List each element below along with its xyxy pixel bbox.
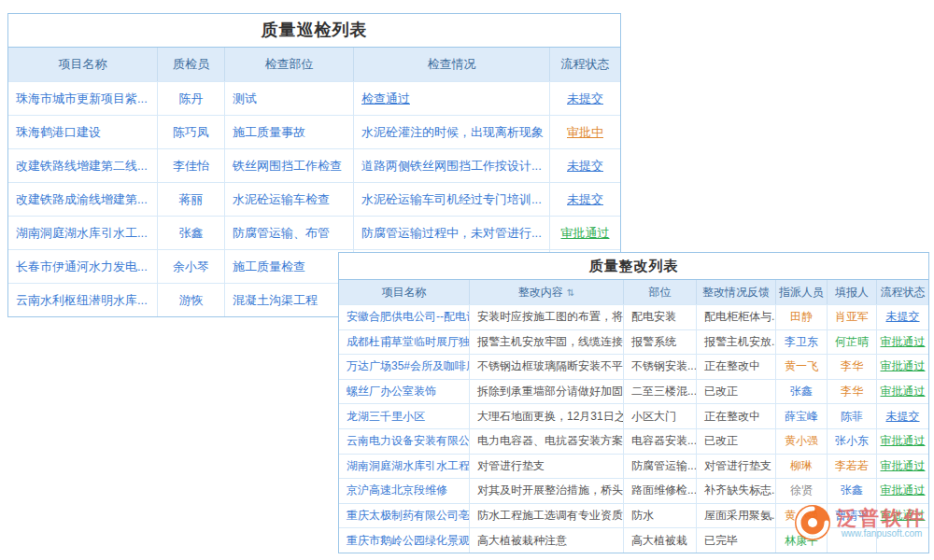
inspector-cell: 余小琴 [158,250,225,283]
assignee-cell: 黄小强 [776,429,828,454]
header-inspect-part: 检查部位 [225,48,354,81]
flow-status-badge[interactable]: 未提交 [877,305,928,329]
header-rectify-content: 整改内容 ⇅ [470,280,624,304]
part-cell: 报警系统 [624,330,697,355]
rectify-content-cell: 高大植被栽种注意 [470,528,624,553]
part-cell: 二至三楼混... [624,380,697,404]
flow-status-badge[interactable]: 审批中 [550,116,620,148]
inspector-cell: 陈丹 [158,82,225,115]
header-flow-status: 流程状态 [550,48,620,81]
assignee-cell: 黄一飞 [776,355,828,379]
feedback-cell: 对管进行垫支 [697,455,776,479]
header-inspect-situation: 检查情况 [354,48,550,81]
reporter-cell: 肖亚军 [828,305,877,329]
rectify-content-cell: 对管进行垫支 [470,455,624,479]
inspection-table-row[interactable]: 湖南洞庭湖水库引水工... 张鑫 防腐管运输、布管 防腐管运输过程中，未对管进行… [8,216,620,249]
flow-status-badge[interactable]: 审批通过 [877,380,928,404]
project-name-cell[interactable]: 安徽合肥供电公司--配电设备... [339,305,470,329]
reporter-cell: 李若若 [828,455,877,479]
header-reporter: 填报人 [828,280,877,304]
inspector-cell: 张鑫 [158,217,225,249]
rectify-content-cell: 大理石地面更换，12月31日之... [470,404,624,428]
flow-status-badge[interactable]: 审批通过 [877,355,928,379]
project-name-cell[interactable]: 龙湖三千里小区 [339,404,470,428]
project-name-cell[interactable]: 螺丝厂办公室装饰 [339,380,470,404]
vendor-watermark: 泛普软件 www.fanpusoft.com [794,504,927,541]
vendor-brand-name: 泛普软件 [837,507,927,528]
project-name-cell[interactable]: 万达广场35#会所及咖啡厅空... [339,355,470,379]
project-name-cell[interactable]: 成都杜甫草堂临时展厅独立展... [339,330,470,355]
flow-status-badge[interactable]: 未提交 [550,183,620,216]
rectification-table-row[interactable]: 云南电力设备安装有限公司20... 电力电容器、电抗器安装方案... 电容器安装… [339,428,928,454]
part-cell: 路面维修检... [624,479,697,503]
rectify-content-cell: 对其及时开展整治措施，桥头... [470,479,624,503]
inspect-part-cell: 测试 [225,82,354,115]
rectify-content-cell: 电力电容器、电抗器安装方案... [470,429,624,454]
project-name-cell[interactable]: 珠海市城市更新项目紫... [8,82,158,115]
inspect-situation-cell: 水泥砼灌注的时候，出现离析现象 [354,116,550,148]
flow-status-badge[interactable]: 审批通过 [877,429,928,454]
inspector-cell: 李佳怡 [158,149,225,182]
project-name-cell[interactable]: 云南水利枢纽潜明水库... [8,284,158,316]
inspect-part-cell: 防腐管运输、布管 [225,217,354,249]
inspector-cell: 陈巧凤 [158,116,225,148]
rectify-content-cell: 不锈钢边框玻璃隔断安装不平... [470,355,624,379]
inspect-situation-cell: 道路两侧铁丝网围挡工作按设计... [354,149,550,182]
rectification-table-row[interactable]: 安徽合肥供电公司--配电设备... 安装时应按施工图的布置，将... 配电安装 … [339,304,928,329]
project-name-cell[interactable]: 重庆市鹅岭公园绿化景观提升... [339,528,470,553]
flow-status-badge[interactable]: 审批通过 [877,330,928,355]
rectify-content-cell: 拆除到承重墙部分请做好加固... [470,380,624,404]
sort-icon[interactable]: ⇅ [567,287,574,298]
project-name-cell[interactable]: 长春市伊通河水力发电... [8,250,158,283]
assignee-cell: 李卫东 [776,330,828,355]
inspection-table-row[interactable]: 改建铁路成渝线增建第... 蒋丽 水泥砼运输车检查 水泥砼运输车司机经过专门培训… [8,182,620,216]
inspection-table-row[interactable]: 改建铁路线增建第二线... 李佳怡 铁丝网围挡工作检查 道路两侧铁丝网围挡工作按… [8,148,620,182]
project-name-cell[interactable]: 湖南洞庭湖水库引水工... [8,217,158,249]
assignee-cell: 柳琳 [776,455,828,479]
project-name-cell[interactable]: 重庆太极制药有限公司亳州中... [339,504,470,528]
project-name-cell[interactable]: 云南电力设备安装有限公司20... [339,429,470,454]
project-name-cell[interactable]: 改建铁路成渝线增建第... [8,183,158,216]
fanpu-logo-icon [794,504,831,541]
header-assignee: 指派人员 [776,280,828,304]
feedback-cell: 报警主机安放... [697,330,776,355]
part-cell: 防水 [624,504,697,528]
rectification-table-row[interactable]: 成都杜甫草堂临时展厅独立展... 报警主机安放牢固，线缆连接... 报警系统 报… [339,329,928,355]
rectification-table-row[interactable]: 湖南洞庭湖水库引水工程施工标 对管进行垫支 防腐管运输... 对管进行垫支 柳琳… [339,454,928,479]
inspection-table-row[interactable]: 珠海鹤港口建设 陈巧凤 施工质量事故 水泥砼灌注的时候，出现离析现象 审批中 [8,115,620,148]
assignee-cell: 田静 [776,305,828,329]
assignee-cell: 张鑫 [776,380,828,404]
rectification-table-row[interactable]: 万达广场35#会所及咖啡厅空... 不锈钢边框玻璃隔断安装不平... 不锈钢安装… [339,354,928,379]
flow-status-badge[interactable]: 未提交 [877,404,928,428]
rectification-list-title: 质量整改列表 [339,253,928,280]
rectification-table-row[interactable]: 龙湖三千里小区 大理石地面更换，12月31日之... 小区大门 正在整改中 薛宝… [339,403,928,428]
rectify-content-cell: 报警主机安放牢固，线缆连接... [470,330,624,355]
flow-status-badge[interactable]: 审批通过 [877,479,928,503]
inspection-table-row[interactable]: 珠海市城市更新项目紫... 陈丹 测试 检查通过 未提交 [8,81,620,115]
rectification-table-row[interactable]: 螺丝厂办公室装饰 拆除到承重墙部分请做好加固... 二至三楼混... 已改正 张… [339,379,928,404]
flow-status-badge[interactable]: 审批通过 [877,455,928,479]
flow-status-badge[interactable]: 未提交 [550,149,620,182]
vendor-watermark-text: 泛普软件 www.fanpusoft.com [837,507,927,539]
feedback-cell: 正在整改中 [697,355,776,379]
reporter-cell: 何芷晴 [828,330,877,355]
reporter-cell: 李华 [828,380,877,404]
project-name-cell[interactable]: 改建铁路线增建第二线... [8,149,158,182]
reporter-cell: 李华 [828,355,877,379]
inspector-cell: 游恢 [158,284,225,316]
assignee-cell: 徐贤 [776,479,828,503]
flow-status-badge[interactable]: 未提交 [550,82,620,115]
part-cell: 高大植被栽 [624,528,697,553]
flow-status-badge[interactable]: 审批通过 [550,217,620,249]
part-cell: 电容器安装... [624,429,697,454]
rectification-table-row[interactable]: 京沪高速北京段维修 对其及时开展整治措施，桥头... 路面维修检... 补齐缺失… [339,478,928,503]
rectification-header-row: 项目名称 整改内容 ⇅ 部位 整改情况反馈 指派人员 填报人 流程状态 [339,280,928,304]
rectify-content-cell: 安装时应按施工图的布置，将... [470,305,624,329]
project-name-cell[interactable]: 湖南洞庭湖水库引水工程施工标 [339,455,470,479]
feedback-cell: 屋面采用聚氨... [697,504,776,528]
header-flow-status: 流程状态 [877,280,928,304]
inspection-header-row: 项目名称 质检员 检查部位 检查情况 流程状态 [8,48,620,81]
project-name-cell[interactable]: 珠海鹤港口建设 [8,116,158,148]
header-rectify-content-label: 整改内容 [518,285,563,301]
project-name-cell[interactable]: 京沪高速北京段维修 [339,479,470,503]
